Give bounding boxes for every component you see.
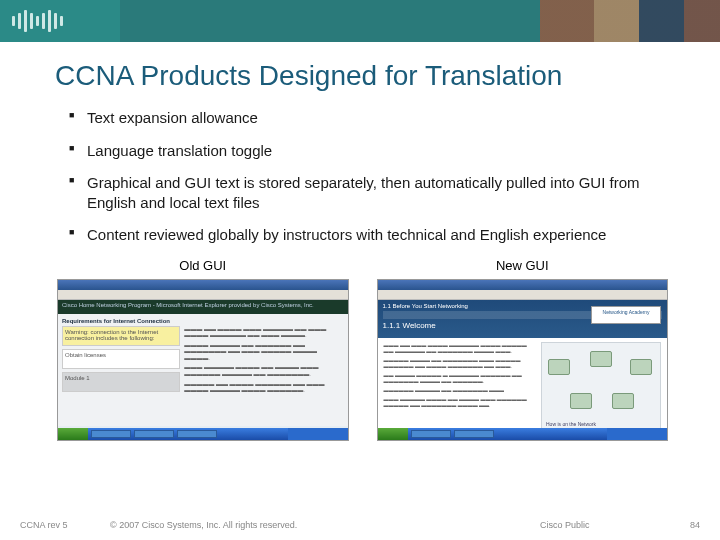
start-button [378,428,408,440]
new-gui-screenshot: 1.1 Before You Start Networking 1.1.1 We… [377,279,669,441]
old-info-box: Obtain licenses [62,349,180,369]
bullet-list: Text expansion allowance Language transl… [55,108,670,245]
window-titlebar [378,280,668,290]
footer-version: CCNA rev 5 [20,520,110,530]
windows-taskbar [58,428,348,440]
header-photo-strip [120,0,720,42]
header-band [0,0,720,42]
slide-footer: CCNA rev 5 © 2007 Cisco Systems, Inc. Al… [0,520,720,530]
diagram-node [548,359,570,375]
academy-brand-badge: Networking Academy [591,306,661,324]
old-body-text: ▬▬▬ ▬▬ ▬▬▬▬ ▬▬▬ ▬▬▬▬▬ ▬▬ ▬▬▬ ▬▬▬▬ ▬▬▬▬▬▬… [184,326,343,397]
browser-toolbar [58,290,348,300]
bullet-item: Text expansion allowance [69,108,670,128]
browser-toolbar [378,290,668,300]
bullet-item: Language translation toggle [69,141,670,161]
old-app-header: Cisco Home Networking Program - Microsof… [58,300,348,314]
page-number: 84 [660,520,700,530]
new-body-text: ▬▬▬ ▬▬ ▬▬▬ ▬▬▬▬ ▬▬▬▬▬▬ ▬▬▬▬ ▬▬▬▬▬ ▬▬ ▬▬▬… [384,342,536,430]
old-gui-screenshot: Cisco Home Networking Program - Microsof… [57,279,349,441]
cisco-logo [0,0,120,42]
bullet-item: Graphical and GUI text is stored separat… [69,173,670,212]
old-warning-box: Warning: connection to the Internet conn… [62,326,180,346]
new-diagram-panel: How is on the Network [541,342,661,430]
start-button [58,428,88,440]
footer-classification: Cisco Public [540,520,660,530]
diagram-node [590,351,612,367]
diagram-caption: How is on the Network [546,421,596,427]
window-titlebar [58,280,348,290]
footer-copyright: © 2007 Cisco Systems, Inc. All rights re… [110,520,540,530]
diagram-node [570,393,592,409]
diagram-node [630,359,652,375]
old-page-heading: Requirements for Internet Connection [62,318,344,324]
old-gui-label: Old GUI [57,258,349,273]
windows-taskbar [378,428,668,440]
diagram-node [612,393,634,409]
old-module-box: Module 1 [62,372,180,392]
slide-title: CCNA Products Designed for Translation [55,60,670,92]
bullet-item: Content reviewed globally by instructors… [69,225,670,245]
new-gui-label: New GUI [377,258,669,273]
